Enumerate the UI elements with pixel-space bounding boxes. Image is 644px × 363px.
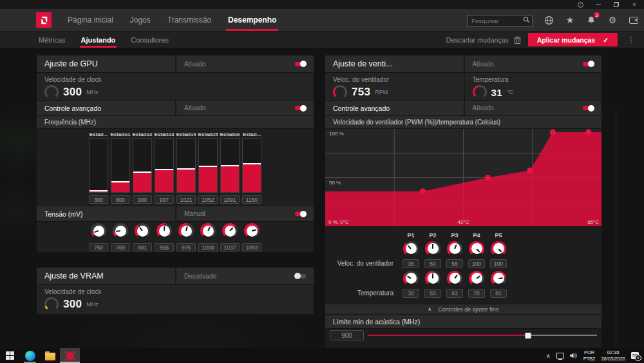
voltage-knob-7[interactable] [244, 223, 260, 239]
action-center-button[interactable]: 6 [631, 352, 639, 359]
temperature-knob-4[interactable] [491, 271, 506, 286]
vram-tuning-toggle[interactable] [295, 274, 306, 279]
fan-advanced-toggle[interactable] [583, 106, 594, 110]
curve-point-1[interactable] [420, 188, 426, 194]
frequency-slider-3[interactable] [155, 138, 174, 193]
more-options-button[interactable]: ⋮ [625, 35, 638, 44]
voltage-value-6[interactable]: 1037 [220, 243, 240, 251]
curve-point-2[interactable] [485, 175, 491, 181]
nav-tab-2[interactable]: Transmissão [159, 9, 220, 31]
voltage-value-7[interactable]: 1093 [242, 243, 261, 251]
frequency-slider-6[interactable] [220, 138, 240, 193]
fan-speed-knob-2[interactable] [447, 241, 462, 257]
help-button[interactable]: ? [576, 1, 585, 8]
frequency-value-0[interactable]: 300 [89, 195, 108, 204]
amd-logo[interactable] [36, 12, 52, 28]
globe-button[interactable] [544, 15, 554, 25]
gpu-advanced-toggle[interactable] [295, 106, 306, 110]
curve-point-3[interactable] [527, 168, 533, 173]
voltage-knob-3[interactable] [156, 223, 172, 239]
frequency-value-7[interactable]: 1150 [242, 195, 261, 204]
fan-speed-knob-1[interactable] [425, 241, 440, 257]
language-indicator[interactable]: POR PTB2 [583, 349, 596, 362]
subnav-actions: Descartar mudanças Aplicar mudanças ✓ ⋮ [446, 32, 638, 48]
start-button[interactable] [0, 348, 20, 363]
fan-speed-knob-0[interactable] [403, 241, 419, 257]
voltage-value-1[interactable]: 769 [111, 243, 130, 251]
nav-tab-3[interactable]: Desempenho [220, 9, 285, 31]
apply-changes-button[interactable]: Aplicar mudanças ✓ [528, 33, 618, 46]
fan-speed-value-4[interactable]: 100 [490, 259, 507, 268]
frequency-value-4[interactable]: 1021 [176, 195, 196, 204]
temperature-knob-1[interactable] [425, 271, 440, 286]
temperature-value-1[interactable]: 50 [424, 289, 441, 298]
network-icon[interactable] [556, 353, 564, 358]
scrollbar[interactable] [616, 110, 616, 348]
acoustic-limit-slider[interactable] [368, 330, 597, 340]
gpu-tuning-toggle[interactable] [295, 62, 306, 66]
slider-handle[interactable] [526, 333, 531, 338]
subnav-tab-2[interactable]: Consultores [123, 32, 176, 48]
temperature-value-4[interactable]: 81 [490, 289, 507, 298]
fan-speed-value-0[interactable]: 35 [402, 259, 419, 268]
frequency-slider-5[interactable] [198, 138, 218, 193]
subnav-tab-0[interactable]: Métricas [31, 32, 73, 48]
frequency-slider-0[interactable] [89, 138, 108, 193]
taskbar-edge[interactable] [20, 348, 40, 363]
voltage-knob-2[interactable] [135, 223, 150, 239]
frequency-value-1[interactable]: 600 [111, 195, 130, 204]
fan-speed-value-3[interactable]: 100 [468, 259, 485, 268]
temperature-knob-0[interactable] [403, 271, 419, 286]
taskbar-explorer[interactable] [40, 348, 60, 363]
overlay-button[interactable] [629, 15, 639, 25]
voltage-manual-toggle[interactable] [295, 211, 306, 216]
tray-chevron-icon[interactable]: ∧ [546, 353, 551, 359]
frequency-value-2[interactable]: 900 [133, 195, 152, 204]
voltage-value-0[interactable]: 750 [89, 243, 108, 251]
favorites-button[interactable]: ★ [565, 15, 575, 25]
fan-speed-knob-4[interactable] [491, 241, 506, 257]
frequency-value-3[interactable]: 997 [155, 195, 174, 204]
speaker-icon[interactable] [570, 352, 578, 359]
voltage-knob-6[interactable] [222, 223, 238, 239]
clock[interactable]: 02:36 26/03/2020 [601, 349, 625, 362]
voltage-knob-0[interactable] [91, 223, 106, 239]
fan-speed-value-1[interactable]: 50 [424, 259, 441, 268]
frequency-slider-1[interactable] [111, 138, 130, 193]
nav-tab-1[interactable]: Jogos [122, 9, 159, 31]
temperature-knob-2[interactable] [447, 271, 462, 286]
voltage-value-4[interactable]: 975 [176, 243, 196, 251]
temperature-value-3[interactable]: 70 [468, 289, 485, 298]
close-button[interactable]: × [630, 1, 639, 8]
temperature-value-0[interactable]: 30 [402, 289, 419, 298]
curve-point-4[interactable] [550, 129, 556, 135]
acoustic-limit-value[interactable]: 900 [330, 330, 364, 340]
nav-tab-0[interactable]: Página inicial [59, 9, 122, 31]
frequency-slider-7[interactable] [242, 138, 261, 193]
voltage-value-3[interactable]: 956 [155, 243, 174, 251]
minimize-button[interactable] [594, 1, 603, 8]
fan-curve-chart[interactable]: 100 % 50 % 0 %, 0°C 42°C 85°C [325, 129, 601, 227]
temperature-knob-3[interactable] [469, 271, 484, 286]
voltage-knob-1[interactable] [113, 223, 128, 239]
frequency-value-5[interactable]: 1052 [198, 195, 218, 204]
fan-tuning-toggle[interactable] [583, 62, 594, 66]
frequency-slider-4[interactable] [176, 138, 196, 193]
fan-speed-value-2[interactable]: 58 [446, 259, 463, 268]
settings-button[interactable]: ⚙ [607, 15, 618, 25]
voltage-knob-5[interactable] [200, 223, 216, 239]
voltage-value-2[interactable]: 881 [133, 243, 152, 251]
curve-point-5[interactable] [585, 129, 591, 135]
restore-button[interactable] [612, 1, 621, 8]
fine-tune-collapse[interactable]: ∧ Controles de ajuste fino [325, 304, 601, 315]
fan-speed-knob-3[interactable] [469, 241, 484, 257]
frequency-slider-2[interactable] [133, 138, 152, 193]
subnav-tab-1[interactable]: Ajustando [73, 32, 124, 48]
voltage-value-5[interactable]: 1000 [198, 243, 218, 251]
taskbar-radeon[interactable] [60, 348, 80, 363]
temperature-value-2[interactable]: 63 [446, 289, 463, 298]
notifications-button[interactable]: 3 [586, 15, 596, 25]
frequency-value-6[interactable]: 1091 [220, 195, 240, 204]
voltage-knob-4[interactable] [178, 223, 194, 239]
discard-changes-button[interactable]: Descartar mudanças [446, 36, 521, 44]
